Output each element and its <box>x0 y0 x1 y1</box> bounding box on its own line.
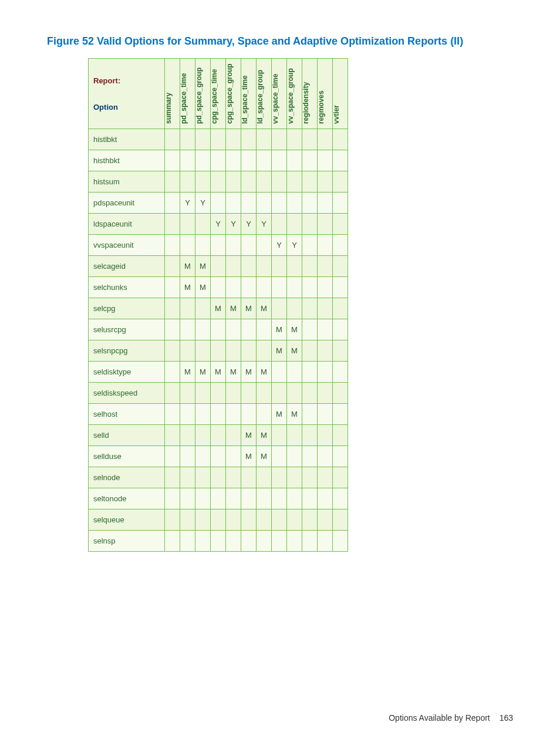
figure-title: Figure 52 Valid Options for Summary, Spa… <box>47 35 513 48</box>
data-cell <box>226 425 241 446</box>
table-row: selhostMM <box>89 404 348 425</box>
column-header-label: regiodensity <box>302 82 310 124</box>
data-cell <box>180 150 195 171</box>
data-cell <box>318 531 333 552</box>
option-name-cell: selchunks <box>89 277 165 298</box>
column-header: vvtier <box>333 59 348 129</box>
data-cell <box>211 383 226 404</box>
data-cell <box>318 214 333 235</box>
data-cell <box>287 171 302 193</box>
options-table: Report: Option summarypd_space_timepd_sp… <box>88 58 348 552</box>
data-cell: M <box>241 425 257 446</box>
data-cell <box>211 404 226 425</box>
table-row: vvspaceunitYY <box>89 235 348 256</box>
data-cell <box>318 129 333 150</box>
option-name-cell: selqueue <box>89 509 165 531</box>
data-cell <box>333 340 348 362</box>
data-cell <box>333 531 348 552</box>
data-cell <box>257 235 272 256</box>
data-cell <box>257 531 272 552</box>
data-cell <box>241 129 257 150</box>
data-cell <box>241 171 257 193</box>
data-cell <box>257 383 272 404</box>
table-row: ldspaceunitYYYY <box>89 214 348 235</box>
data-cell <box>226 446 241 467</box>
data-cell <box>318 425 333 446</box>
data-cell <box>241 277 257 298</box>
option-name-cell: histhbkt <box>89 150 165 171</box>
column-header: cpg_space_group <box>226 59 241 129</box>
data-cell <box>333 277 348 298</box>
data-cell <box>165 488 180 509</box>
table-row: selsnpcpgMM <box>89 340 348 362</box>
data-cell <box>226 404 241 425</box>
data-cell <box>302 298 318 319</box>
option-name-cell: selcpg <box>89 298 165 319</box>
data-cell <box>226 531 241 552</box>
data-cell <box>333 171 348 193</box>
data-cell <box>272 383 287 404</box>
data-cell <box>180 488 195 509</box>
data-cell <box>241 531 257 552</box>
data-cell <box>272 425 287 446</box>
data-cell <box>211 277 226 298</box>
data-cell <box>257 171 272 193</box>
option-name-cell: pdspaceunit <box>89 193 165 214</box>
data-cell <box>180 319 195 340</box>
data-cell <box>195 446 211 467</box>
data-cell <box>180 171 195 193</box>
data-cell <box>211 256 226 277</box>
data-cell <box>333 193 348 214</box>
data-cell: M <box>272 404 287 425</box>
table-row: histlbkt <box>89 129 348 150</box>
data-cell <box>302 446 318 467</box>
data-cell <box>302 531 318 552</box>
data-cell <box>333 446 348 467</box>
data-cell <box>165 340 180 362</box>
option-name-cell: seldisktype <box>89 362 165 383</box>
data-cell <box>287 446 302 467</box>
data-cell: M <box>287 319 302 340</box>
data-cell: M <box>257 298 272 319</box>
data-cell <box>195 425 211 446</box>
data-cell <box>195 404 211 425</box>
column-header-label: ld_space_group <box>256 70 264 124</box>
data-cell <box>257 404 272 425</box>
data-cell <box>287 425 302 446</box>
data-cell <box>211 425 226 446</box>
data-cell <box>318 193 333 214</box>
column-header: regmoves <box>318 59 333 129</box>
data-cell: M <box>257 362 272 383</box>
data-cell <box>241 509 257 531</box>
data-cell <box>302 171 318 193</box>
data-cell <box>318 150 333 171</box>
data-cell <box>302 425 318 446</box>
data-cell <box>333 509 348 531</box>
data-cell <box>257 193 272 214</box>
data-cell <box>302 277 318 298</box>
data-cell: M <box>180 256 195 277</box>
option-name-cell: ldspaceunit <box>89 214 165 235</box>
data-cell <box>211 340 226 362</box>
data-cell: M <box>287 340 302 362</box>
data-cell <box>180 129 195 150</box>
data-cell <box>333 235 348 256</box>
data-cell <box>318 235 333 256</box>
option-name-cell: seltonode <box>89 488 165 509</box>
option-name-cell: selnode <box>89 467 165 488</box>
data-cell: M <box>272 319 287 340</box>
data-cell <box>241 235 257 256</box>
data-cell <box>318 277 333 298</box>
data-cell <box>287 488 302 509</box>
data-cell <box>226 150 241 171</box>
data-cell <box>165 425 180 446</box>
data-cell <box>302 509 318 531</box>
data-cell <box>180 509 195 531</box>
table-row: pdspaceunitYY <box>89 193 348 214</box>
data-cell <box>272 171 287 193</box>
data-cell <box>302 383 318 404</box>
data-cell: M <box>257 425 272 446</box>
table-row: selcpgMMMM <box>89 298 348 319</box>
data-cell: M <box>241 298 257 319</box>
data-cell <box>272 509 287 531</box>
